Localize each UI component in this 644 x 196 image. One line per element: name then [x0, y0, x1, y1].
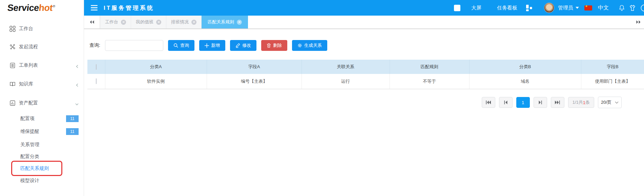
- sidebar-subitem-match-relation-rules[interactable]: 匹配关系规则: [0, 163, 84, 174]
- main-content: 查询: 查询 新增 修改 删除 生成关系: [84, 29, 644, 196]
- count-badge: 11: [66, 128, 79, 135]
- table-cell: 域名: [469, 74, 581, 89]
- tab-my-duty[interactable]: 我的值班 ✕: [131, 16, 166, 28]
- tab-close-icon[interactable]: ✕: [237, 20, 242, 25]
- double-chevron-left-icon: [89, 20, 95, 24]
- flow-icon: [9, 44, 16, 50]
- column-header: 分类A: [105, 60, 207, 74]
- tab-label: 工作台: [105, 19, 118, 25]
- tab-close-icon[interactable]: ✕: [121, 20, 126, 25]
- next-page-button[interactable]: [534, 97, 547, 108]
- column-header: 字段A: [207, 60, 302, 74]
- sidebar-subitem-model-design[interactable]: 模型设计: [0, 176, 84, 186]
- sidebar-item-workbench[interactable]: 工作台: [0, 24, 84, 34]
- tab-bar: 工作台 ✕ 我的值班 ✕ 排班情况 ✕ 匹配关系规则 ✕: [84, 16, 644, 29]
- chevron-left-icon: [76, 64, 79, 69]
- registered-mark: ®: [53, 4, 55, 8]
- add-button[interactable]: 新增: [199, 40, 225, 51]
- sidebar-subitem-label: 关系管理: [20, 142, 39, 148]
- chevron-left-icon: [76, 82, 79, 88]
- help-circle-icon[interactable]: [640, 4, 644, 12]
- total-count: 1: [583, 100, 585, 105]
- sidebar-item-start-process[interactable]: 发起流程: [0, 42, 84, 52]
- search-icon: [173, 43, 178, 48]
- first-page-button[interactable]: [482, 97, 495, 108]
- sidebar-item-ticket-list[interactable]: 工单列表: [0, 60, 84, 71]
- header-right-group: 大屏 任务看板 管理员 ★ 中文: [454, 0, 644, 16]
- gear-icon: [297, 43, 302, 48]
- tab-label: 匹配关系规则: [208, 19, 234, 25]
- app-root: Servicehot® 工作台 发起流程 工单列表: [0, 0, 644, 196]
- table-cell: 软件实例: [105, 74, 207, 89]
- double-chevron-right-icon: [636, 20, 641, 24]
- tab-scroll-left-button[interactable]: [84, 16, 100, 28]
- select-all-checkbox[interactable]: [96, 64, 97, 70]
- brand-logo-hot: hot: [38, 3, 53, 13]
- sidebar-subitem-label: 维保提醒: [20, 129, 39, 135]
- search-button[interactable]: 查询: [168, 40, 194, 51]
- theme-shirt-icon[interactable]: [629, 5, 636, 11]
- page-number-button[interactable]: 1: [516, 97, 530, 108]
- user-menu[interactable]: 管理员: [558, 5, 579, 11]
- sidebar-subitem-config-category[interactable]: 配置分类: [0, 152, 84, 162]
- page-size-value: 20/页: [601, 99, 611, 105]
- page-size-select[interactable]: 20/页: [598, 97, 622, 108]
- first-page-icon: [486, 100, 491, 104]
- count-badge: 11: [66, 115, 79, 122]
- trash-icon: [267, 43, 271, 48]
- book-icon: [9, 81, 16, 87]
- tab-close-icon[interactable]: ✕: [156, 20, 161, 25]
- tab-workbench[interactable]: 工作台 ✕: [100, 16, 131, 28]
- sidebar: Servicehot® 工作台 发起流程 工单列表: [0, 0, 84, 196]
- delete-button[interactable]: 删除: [261, 40, 287, 51]
- avatar[interactable]: [544, 3, 554, 13]
- edit-button[interactable]: 修改: [230, 40, 256, 51]
- column-header: 关联关系: [302, 60, 390, 74]
- hamburger-menu-icon[interactable]: [91, 5, 98, 11]
- pagination-info: 1/1共1条: [568, 97, 594, 108]
- table-cell: 使用部门【主表】: [581, 74, 644, 89]
- tab-label: 我的值班: [136, 19, 153, 25]
- column-header: 匹配规则: [390, 60, 469, 74]
- chevron-down-icon: [615, 101, 619, 104]
- fullscreen-icon[interactable]: [454, 5, 460, 11]
- task-board-link[interactable]: 任务看板: [497, 5, 517, 11]
- sidebar-subitem-label: 模型设计: [20, 178, 39, 184]
- user-name: 管理员: [558, 5, 573, 11]
- sidebar-subitem-relation-management[interactable]: 关系管理: [0, 140, 84, 150]
- tab-shift-schedule[interactable]: 排班情况 ✕: [166, 16, 202, 28]
- table-row[interactable]: 软件实例 编号【主表】 运行 不等于 域名 使用部门【主表】: [87, 74, 644, 89]
- china-flag-icon[interactable]: ★: [584, 5, 592, 11]
- table-cell: 运行: [302, 74, 390, 89]
- apps-grid-icon[interactable]: [525, 4, 533, 12]
- sidebar-item-label: 工作台: [19, 26, 33, 32]
- prev-page-icon: [504, 100, 507, 104]
- row-checkbox[interactable]: [96, 78, 97, 84]
- table-cell: 不等于: [390, 74, 469, 89]
- sidebar-item-label: 发起流程: [19, 44, 38, 50]
- sidebar-subitem-label: 匹配关系规则: [20, 165, 49, 172]
- next-page-icon: [539, 100, 542, 104]
- generate-relation-button[interactable]: 生成关系: [292, 40, 327, 51]
- sidebar-item-label: 知识库: [19, 81, 33, 87]
- sidebar-item-asset-config[interactable]: 资产配置: [0, 98, 84, 108]
- big-screen-link[interactable]: 大屏: [471, 5, 481, 11]
- search-input[interactable]: [105, 40, 163, 51]
- brand-logo-service: Service: [7, 3, 39, 13]
- tab-close-icon[interactable]: ✕: [191, 20, 196, 25]
- document-list-icon: [9, 62, 16, 68]
- tab-match-relation-rules[interactable]: 匹配关系规则 ✕: [202, 16, 248, 28]
- last-page-button[interactable]: [551, 97, 564, 108]
- column-header: 字段B: [581, 60, 644, 74]
- language-label[interactable]: 中文: [598, 4, 609, 12]
- query-label: 查询:: [89, 42, 100, 48]
- last-page-icon: [555, 100, 560, 104]
- tab-label: 排班情况: [171, 19, 189, 25]
- bell-icon[interactable]: [619, 4, 625, 12]
- sidebar-item-knowledge-base[interactable]: 知识库: [0, 79, 84, 89]
- caret-down-icon: [576, 7, 579, 9]
- prev-page-button[interactable]: [499, 97, 513, 108]
- table-cell: 编号【主表】: [207, 74, 302, 89]
- tab-scroll-right-button[interactable]: [636, 16, 643, 28]
- column-header: 分类B: [469, 60, 581, 74]
